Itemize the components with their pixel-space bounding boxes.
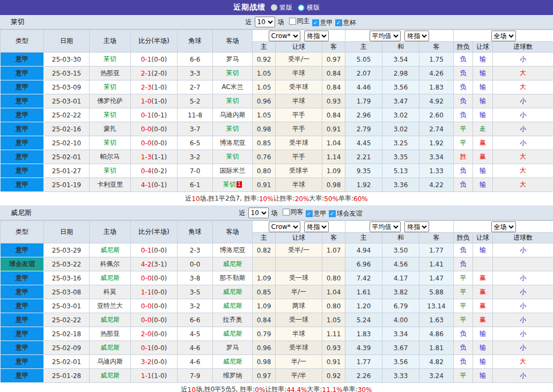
checkbox-checked-icon[interactable]: ✓: [335, 19, 342, 26]
checkbox-checked-icon[interactable]: ✓: [306, 210, 313, 217]
full-time-score: 0-0: [141, 316, 152, 324]
scope-select[interactable]: 全场: [491, 31, 516, 41]
euro-away-odds-cell: 1.83: [419, 80, 454, 94]
euro-home-odds-cell: 5.05: [345, 53, 382, 66]
date-cell: 25-03-15: [44, 66, 90, 80]
goals-result-cell: 小: [493, 299, 553, 313]
full-time-score: 1-1: [141, 372, 152, 380]
match-row: 意甲25-02-22莱切0-1(0-1)11-8乌迪内斯1.05平手0.842.…: [1, 108, 553, 122]
scope-select[interactable]: 全场: [491, 221, 516, 232]
handicap-away-odds-cell: 1.14: [322, 150, 345, 164]
league-cell: 意甲: [1, 66, 44, 80]
goals-result-cell: 小: [493, 136, 553, 150]
euro-home-odds-cell: 4.45: [345, 136, 382, 150]
euro-draw-odds-cell: 6.79: [382, 299, 419, 313]
date-cell: 25-03-08: [44, 285, 90, 299]
away-team-name: 罗马: [226, 55, 239, 63]
goals-result-cell: [493, 257, 553, 271]
result-cell: 负: [454, 108, 473, 122]
avg-final-select[interactable]: 终指: [404, 221, 429, 232]
euro-draw-odds-cell: 3.36: [382, 178, 419, 192]
layout-radio-horizontal[interactable]: 横版: [298, 3, 320, 12]
handicap-result-cell: 输: [473, 178, 493, 192]
near-label: 近: [246, 18, 252, 27]
handicap-result-cell: 输: [473, 243, 493, 257]
col-header-home: 主场: [90, 221, 131, 243]
corner-cell: 2-7: [178, 80, 213, 94]
match-count-select[interactable]: 10: [248, 208, 269, 218]
checkbox-unchecked-icon[interactable]: [283, 209, 290, 216]
handicap-home-odds-cell: 0.84: [253, 313, 276, 327]
score-cell: 0-1(0-1): [131, 108, 178, 122]
goals-result-cell: 小: [493, 122, 553, 136]
handicap-result-cell: 赢: [473, 150, 493, 164]
away-team-cell: 威尼斯: [213, 355, 253, 369]
result-group-header: 全场: [454, 30, 553, 42]
euro-away-odds-cell: 1.77: [419, 243, 454, 257]
sub-header-handicap-result: 让球: [473, 42, 493, 53]
match-row: 意甲25-03-30莱切0-1(0-0)6-6罗马0.92受半/一0.975.0…: [1, 53, 553, 66]
summary-segment: 0%: [255, 386, 265, 392]
filter-checkbox-球会友谊[interactable]: ✓球会友谊: [329, 209, 363, 218]
near-label: 近: [239, 209, 246, 218]
home-team-name: 莱切: [104, 167, 116, 174]
euro-away-odds-cell: 1.75: [419, 53, 454, 66]
avg-odds-select[interactable]: 平均值: [370, 31, 401, 41]
handicap-away-odds-cell: 0.97: [322, 53, 345, 66]
handicap-group-header: Crow* 终指: [253, 221, 345, 233]
result-cell: 负: [454, 257, 473, 271]
col-header-date: 日期: [44, 221, 90, 243]
result-cell: 负: [454, 327, 473, 341]
filter-checkbox-同客[interactable]: 同客: [283, 208, 304, 217]
handicap-result-cell: 走: [473, 122, 493, 136]
filter-bar: 莱切 近 10 场 同主✓意甲✓意杯: [0, 15, 553, 29]
half-time-score: (0-0): [151, 330, 167, 338]
league-cell: 意甲: [1, 108, 44, 122]
team-name: 莱切: [11, 17, 25, 27]
date-cell: 25-01-19: [44, 178, 90, 192]
half-time-score: (0-2): [151, 167, 167, 175]
half-time-score: (0-0): [151, 316, 167, 324]
layout-radio-vertical[interactable]: 竖版: [271, 3, 292, 12]
handicap-line-cell: 半球: [276, 94, 322, 108]
final-odds-select[interactable]: 终指: [304, 31, 329, 41]
col-header-away: 客场: [213, 30, 253, 53]
checkbox-unchecked-icon[interactable]: [289, 18, 296, 25]
final-odds-select[interactable]: 终指: [304, 221, 329, 232]
avg-final-select[interactable]: 终指: [404, 31, 429, 41]
match-row: 意甲25-02-18热那亚2-0(0-0)4-5威尼斯0.79半球1.111.8…: [1, 327, 553, 341]
avg-odds-select[interactable]: 平均值: [370, 221, 401, 232]
bookmaker-select[interactable]: Crow*: [269, 31, 300, 41]
home-team-cell: 科莫: [90, 285, 131, 299]
euro-away-odds-cell: 4.82: [419, 355, 454, 369]
corner-cell: 4-6: [178, 355, 213, 369]
date-cell: 25-02-10: [44, 136, 90, 150]
filter-checkbox-意甲[interactable]: ✓意甲: [312, 18, 333, 27]
euro-draw-odds-cell: 3.56: [382, 80, 419, 94]
euro-home-odds-cell: 2.79: [345, 122, 382, 136]
handicap-away-odds-cell: 1.04: [322, 285, 345, 299]
full-time-score: 1-3: [141, 153, 152, 161]
away-team-name: 威尼斯: [223, 260, 242, 268]
home-team-name: 科莫: [104, 288, 116, 295]
full-time-score: 0-0: [141, 139, 152, 147]
euro-away-odds-cell: 3.34: [419, 150, 454, 164]
half-time-score: (0-0): [151, 247, 167, 254]
filter-checkbox-同主[interactable]: 同主: [289, 17, 310, 26]
filter-checkbox-意甲[interactable]: ✓意甲: [306, 209, 327, 218]
checkbox-checked-icon[interactable]: ✓: [329, 210, 336, 217]
match-count-select[interactable]: 10: [255, 17, 275, 27]
sub-header-goals: 进球数: [493, 233, 553, 243]
page-title: 近期战绩: [233, 3, 266, 12]
checkbox-checked-icon[interactable]: ✓: [312, 19, 319, 26]
filter-checkbox-意杯[interactable]: ✓意杯: [335, 18, 356, 27]
euro-home-odds-cell: 1.61: [345, 285, 382, 299]
result-group-header: 全场: [454, 221, 553, 233]
corner-cell: 6-6: [178, 313, 213, 327]
filter-controls: 近 10 场 同主✓意甲✓意杯: [246, 17, 356, 28]
half-time-score: (0-0): [151, 56, 167, 63]
match-row: 意甲25-01-28威尼斯1-1(1-0)7-9维罗纳0.97平/半0.922.…: [1, 369, 553, 383]
bookmaker-select[interactable]: Crow*: [269, 221, 300, 232]
league-cell: 意甲: [1, 355, 44, 369]
handicap-result-cell: 输: [473, 341, 493, 355]
